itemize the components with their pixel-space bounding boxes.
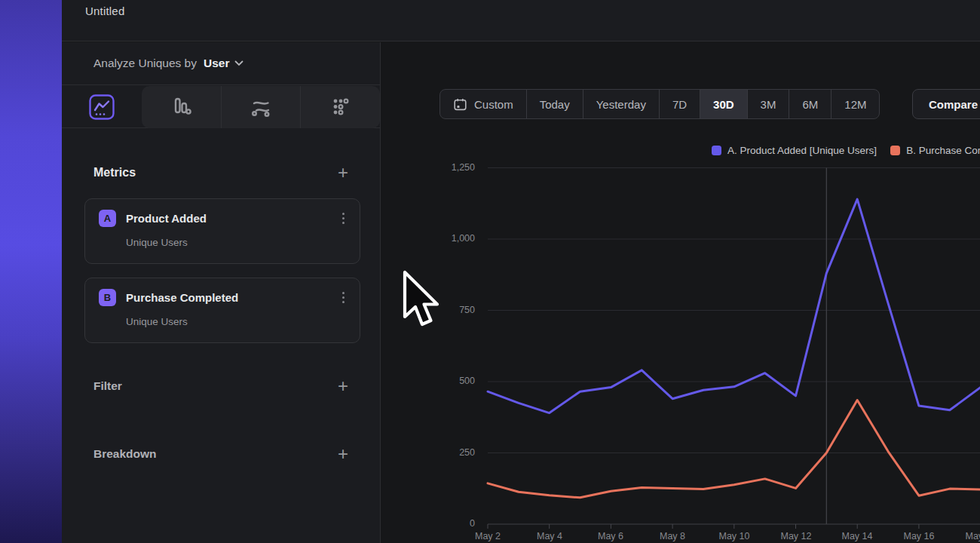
tab-retention[interactable] (300, 86, 380, 128)
flows-icon (247, 94, 274, 121)
analyze-header: Analyze Uniques by User (62, 42, 380, 85)
range-button-custom[interactable]: Custom (440, 90, 527, 118)
metric-badge-a: A (99, 210, 116, 227)
range-label: 30D (713, 98, 734, 111)
metrics-title: Metrics (93, 166, 136, 179)
metric-card-b[interactable]: B Purchase Completed Unique Users (84, 278, 360, 343)
legend-swatch (890, 146, 900, 155)
range-label: 6M (802, 98, 818, 111)
analyze-by-dropdown[interactable]: User (204, 57, 229, 70)
inactive-tabs-group (142, 86, 380, 128)
top-bar: Untitled (62, 0, 980, 41)
add-filter-button[interactable]: + (338, 379, 348, 394)
add-breakdown-button[interactable]: + (338, 446, 348, 462)
app-window: Untitled Analyze Uniques by User (62, 0, 980, 543)
metric-subtitle[interactable]: Unique Users (126, 316, 348, 327)
breakdown-section: Breakdown + (93, 444, 348, 464)
range-button-yesterday[interactable]: Yesterday (583, 90, 660, 118)
document-title[interactable]: Untitled (85, 5, 124, 17)
tab-bar-chart[interactable] (142, 86, 221, 128)
tab-flows[interactable] (221, 86, 301, 128)
compare-button[interactable]: Compare (912, 89, 980, 119)
legend-label: B. Purchase Completed [Unique Users] (906, 145, 980, 156)
range-label: 7D (672, 98, 687, 111)
range-button-3m[interactable]: 3M (748, 90, 790, 118)
chart-legend: A. Product Added [Unique Users]B. Purcha… (712, 144, 980, 156)
range-button-6m[interactable]: 6M (789, 90, 831, 118)
analyze-prefix-label: Analyze Uniques by (93, 57, 197, 70)
metric-subtitle[interactable]: Unique Users (126, 237, 348, 248)
breakdown-title: Breakdown (93, 447, 157, 461)
metric-title: Product Added (126, 212, 339, 225)
mouse-cursor (402, 270, 441, 330)
range-label: Yesterday (596, 98, 646, 111)
legend-label: A. Product Added [Unique Users] (727, 145, 877, 156)
metric-menu-button[interactable] (339, 211, 348, 225)
retention-grid-icon (327, 94, 354, 121)
legend-swatch (712, 146, 721, 155)
tab-insights-line[interactable] (62, 86, 142, 127)
filter-title: Filter (93, 379, 122, 393)
legend-item-1[interactable]: B. Purchase Completed [Unique Users] (890, 144, 980, 156)
line-chart-icon (88, 94, 115, 121)
filter-section: Filter + (93, 376, 348, 396)
range-button-12m[interactable]: 12M (831, 90, 879, 118)
compare-label: Compare (929, 98, 978, 111)
time-range-control: CustomTodayYesterday7D30D3M6M12M (439, 89, 880, 119)
range-label: Today (540, 98, 570, 111)
metric-menu-button[interactable] (339, 290, 348, 305)
add-metric-button[interactable]: + (338, 165, 348, 180)
range-label: Custom (474, 98, 513, 111)
bar-chart-icon (167, 94, 194, 121)
metric-title: Purchase Completed (126, 291, 339, 304)
range-label: 3M (761, 98, 776, 111)
range-label: 12M (844, 98, 866, 111)
chart-panel: CustomTodayYesterday7D30D3M6M12M Compare… (381, 42, 980, 543)
metric-card-a[interactable]: A Product Added Unique Users (84, 198, 360, 264)
query-builder-panel: Analyze Uniques by User (62, 42, 381, 543)
chart-type-tabs (62, 86, 380, 128)
metric-badge-b: B (99, 289, 116, 306)
background-gradient (0, 0, 62, 543)
range-button-7d[interactable]: 7D (660, 90, 700, 118)
legend-item-0[interactable]: A. Product Added [Unique Users] (712, 144, 877, 156)
range-button-today[interactable]: Today (527, 90, 583, 118)
calendar-icon (453, 97, 467, 112)
chevron-down-icon[interactable] (234, 60, 243, 66)
metrics-header: Metrics + (93, 163, 348, 183)
range-button-30d[interactable]: 30D (700, 90, 748, 118)
